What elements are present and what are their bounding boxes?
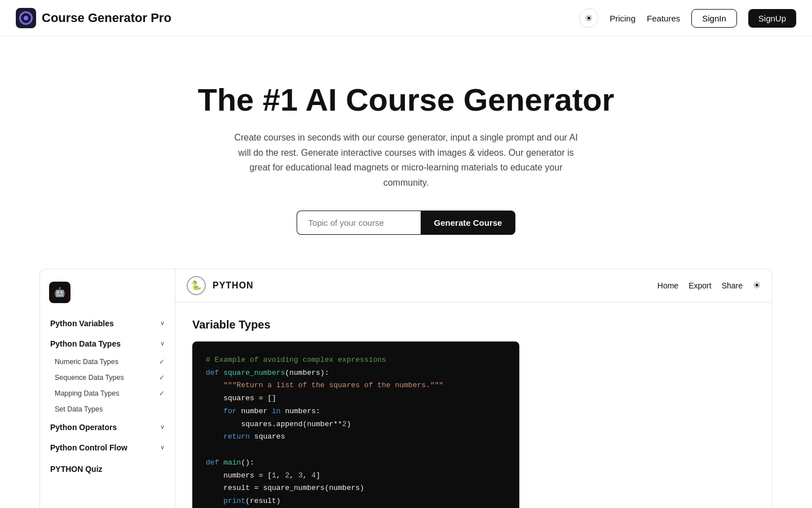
features-link[interactable]: Features	[647, 14, 680, 23]
code-punc: ]	[316, 471, 320, 480]
code-punc: numbers = [	[223, 471, 272, 480]
code-punc: (numbers):	[285, 369, 329, 377]
code-keyword: return	[223, 432, 250, 441]
generate-course-button[interactable]: Generate Course	[421, 211, 516, 235]
panel-export-link[interactable]: Export	[689, 281, 711, 290]
code-num: 2	[342, 420, 347, 428]
code-num: 4	[311, 471, 316, 480]
code-keyword: def	[206, 458, 219, 467]
course-topic-input[interactable]	[297, 211, 421, 235]
code-punc: ,	[289, 471, 298, 480]
sidebar-item-label: Python Control Flow	[50, 443, 127, 452]
code-punc: ():	[241, 458, 254, 467]
sidebar-item-label: Python Variables	[50, 319, 114, 328]
check-icon: ✓	[159, 374, 165, 382]
code-num: 3	[298, 471, 303, 480]
code-keyword: for	[223, 407, 236, 415]
code-punc: squares = []	[223, 394, 276, 402]
demo-section: 🤖 Python Variables ∨ Python Data Types ∨…	[28, 269, 784, 508]
code-string: """Return a list of the squares of the n…	[223, 381, 443, 389]
sidebar-subitem-label: Mapping Data Types	[55, 389, 119, 397]
code-func: square_numbers	[223, 369, 285, 377]
panel-header: 🐍 PYTHON Home Export Share ☀	[175, 269, 772, 303]
code-block: # Example of avoiding complex expression…	[192, 341, 519, 508]
sidebar-quiz-link[interactable]: PYTHON Quiz	[40, 458, 175, 480]
sidebar-subitem-mapping[interactable]: Mapping Data Types ✓	[40, 386, 175, 401]
code-punc: )	[347, 420, 351, 428]
check-icon: ✓	[159, 358, 165, 366]
sidebar-item-label: Python Data Types	[50, 339, 121, 348]
signup-button[interactable]: SignUp	[748, 9, 796, 28]
navbar: Course Generator Pro ☀ Pricing Features …	[0, 0, 812, 37]
sidebar-logo-icon: 🤖	[49, 282, 70, 303]
code-keyword: print	[223, 497, 245, 505]
hero-description: Create courses in seconds with our cours…	[231, 130, 581, 190]
code-keyword: in	[272, 407, 281, 415]
panel-home-link[interactable]: Home	[657, 281, 678, 290]
panel-logo-icon: 🐍	[187, 276, 206, 295]
code-punc: squares	[250, 432, 285, 441]
sidebar-item-python-data-types[interactable]: Python Data Types ∨	[40, 334, 175, 354]
code-punc: ,	[303, 471, 312, 480]
logo-icon	[16, 8, 36, 28]
check-icon: ✓	[159, 389, 165, 397]
panel-title: PYTHON	[213, 281, 651, 291]
signin-button[interactable]: SignIn	[691, 9, 737, 28]
hero-input-row: Generate Course	[11, 211, 801, 235]
sidebar-subitem-label: Numeric Data Types	[55, 358, 118, 366]
sidebar-subitem-label: Sequence Data Types	[55, 374, 124, 382]
code-punc: ,	[276, 471, 285, 480]
course-main-panel: 🐍 PYTHON Home Export Share ☀ Variable Ty…	[175, 269, 773, 508]
section-title: Variable Types	[192, 318, 755, 331]
hero-heading: The #1 AI Course Generator	[11, 82, 801, 118]
pricing-link[interactable]: Pricing	[610, 14, 636, 23]
theme-toggle-button[interactable]: ☀	[579, 8, 598, 28]
logo-text: Course Generator Pro	[42, 11, 171, 25]
code-keyword: def	[206, 369, 219, 377]
sidebar-item-python-control-flow[interactable]: Python Control Flow ∨	[40, 437, 175, 458]
panel-content: Variable Types # Example of avoiding com…	[175, 303, 772, 508]
hero-section: The #1 AI Course Generator Create course…	[0, 37, 812, 269]
code-num: 1	[272, 471, 276, 480]
sidebar-subitem-label: Set Data Types	[55, 405, 103, 413]
panel-nav: Home Export Share ☀	[657, 280, 761, 291]
panel-theme-icon[interactable]: ☀	[753, 280, 761, 291]
code-punc: result = square_numbers(numbers)	[223, 484, 364, 492]
course-sidebar: 🤖 Python Variables ∨ Python Data Types ∨…	[39, 269, 175, 508]
sidebar-subitem-sequence[interactable]: Sequence Data Types ✓	[40, 370, 175, 386]
sidebar-subitem-set[interactable]: Set Data Types	[40, 401, 175, 417]
chevron-down-icon: ∨	[160, 340, 165, 347]
nav-left: Course Generator Pro	[16, 8, 171, 28]
code-punc: numbers:	[281, 407, 320, 415]
code-comment: # Example of avoiding complex expression…	[206, 356, 386, 364]
panel-share-link[interactable]: Share	[722, 281, 743, 290]
sidebar-item-label: Python Operators	[50, 423, 117, 432]
code-punc: (result)	[245, 497, 280, 505]
code-punc: squares.append(number**	[241, 420, 342, 428]
chevron-down-icon: ∨	[160, 423, 165, 431]
code-func: main	[223, 458, 241, 467]
nav-right: ☀ Pricing Features SignIn SignUp	[579, 8, 796, 28]
sidebar-item-python-operators[interactable]: Python Operators ∨	[40, 417, 175, 437]
chevron-down-icon: ∨	[160, 444, 165, 451]
code-punc: number	[237, 407, 272, 415]
chevron-down-icon: ∨	[160, 319, 165, 327]
sidebar-item-python-variables[interactable]: Python Variables ∨	[40, 313, 175, 334]
sidebar-subitem-numeric[interactable]: Numeric Data Types ✓	[40, 354, 175, 370]
